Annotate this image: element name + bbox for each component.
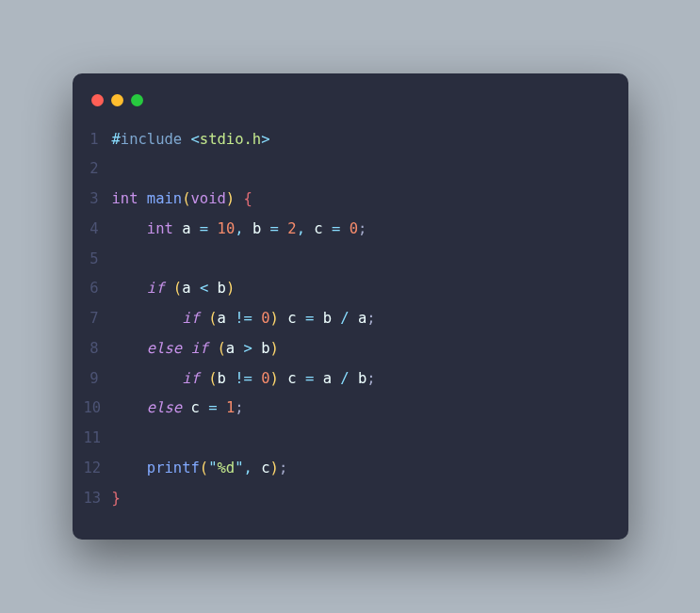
line-number: 12 — [84, 454, 112, 484]
token: , — [244, 460, 252, 476]
token — [332, 370, 340, 387]
code-line: 12 printf("%d", c); — [84, 454, 606, 484]
token: ( — [208, 370, 217, 387]
code-line: 11 — [84, 424, 606, 454]
code-line: 13} — [84, 484, 606, 514]
token: a — [358, 310, 366, 327]
line-content — [112, 245, 121, 275]
minimize-icon[interactable] — [111, 94, 123, 106]
token: c — [314, 220, 322, 237]
token: ) — [226, 190, 235, 207]
token — [297, 310, 305, 327]
token: c — [261, 460, 269, 476]
code-line: 3int main(void) { — [84, 185, 606, 215]
token: ; — [366, 310, 375, 327]
token — [226, 310, 235, 327]
token — [173, 220, 182, 237]
token: b — [261, 340, 269, 357]
token: < — [191, 131, 200, 148]
token — [182, 399, 190, 416]
token: a — [182, 220, 190, 237]
token — [112, 399, 147, 416]
token: , — [297, 220, 305, 237]
token — [252, 460, 261, 476]
code-editor[interactable]: 1#include <stdio.h>2 3int main(void) {4 … — [73, 125, 628, 514]
token: else — [147, 340, 182, 357]
token: b — [218, 370, 226, 387]
token — [350, 310, 358, 327]
line-number: 2 — [84, 154, 112, 185]
token: ( — [200, 460, 208, 476]
token: printf — [147, 460, 200, 476]
token: a — [218, 310, 226, 327]
line-content: else c = 1; — [112, 394, 244, 424]
token — [305, 220, 314, 237]
line-content: if (a < b) — [112, 274, 236, 304]
line-number: 6 — [84, 274, 112, 304]
token: ) — [270, 310, 279, 327]
token: ( — [182, 190, 190, 207]
token: void — [191, 190, 226, 207]
token — [208, 340, 217, 357]
token — [182, 131, 190, 148]
line-number: 7 — [84, 304, 112, 334]
close-icon[interactable] — [91, 94, 104, 106]
token: < — [200, 280, 208, 297]
line-content: int main(void) { — [112, 185, 252, 215]
token: main — [147, 190, 182, 207]
line-number: 3 — [84, 185, 112, 215]
token: b — [218, 280, 226, 297]
token — [208, 220, 217, 237]
token — [191, 220, 200, 237]
token: # — [112, 131, 121, 148]
token: a — [323, 370, 332, 387]
token: 1 — [226, 399, 235, 416]
token: ; — [366, 370, 375, 387]
line-number: 1 — [84, 125, 112, 155]
token: if — [191, 340, 209, 357]
token: / — [340, 310, 349, 327]
code-line: 4 int a = 10, b = 2, c = 0; — [84, 215, 606, 245]
token: ) — [270, 460, 279, 476]
token: ( — [218, 340, 226, 357]
token: stdio.h — [200, 131, 261, 148]
line-number: 5 — [84, 245, 112, 275]
token: } — [112, 490, 121, 507]
line-content: printf("%d", c); — [112, 454, 288, 484]
token — [252, 340, 261, 357]
token — [261, 220, 269, 237]
line-number: 4 — [84, 215, 112, 245]
line-number: 8 — [84, 334, 112, 364]
token: > — [261, 131, 269, 148]
token: { — [244, 190, 252, 207]
token: b — [358, 370, 366, 387]
token — [200, 310, 208, 327]
window-titlebar — [73, 94, 628, 125]
token — [279, 220, 287, 237]
token: if — [182, 310, 200, 327]
code-line: 2 — [84, 154, 606, 185]
token — [252, 310, 261, 327]
token — [112, 460, 147, 476]
token: 2 — [287, 220, 296, 237]
token — [182, 340, 190, 357]
token: c — [191, 399, 200, 416]
token — [112, 310, 183, 327]
line-content — [112, 154, 121, 185]
token: if — [147, 280, 165, 297]
line-number: 10 — [84, 394, 112, 424]
token: b — [252, 220, 261, 237]
token — [112, 280, 147, 297]
token — [200, 399, 208, 416]
line-content: int a = 10, b = 2, c = 0; — [112, 215, 367, 245]
code-line: 5 — [84, 245, 606, 275]
token: ) — [270, 340, 279, 357]
token: ; — [235, 399, 243, 416]
token — [112, 340, 147, 357]
token: c — [287, 370, 296, 387]
token: , — [235, 220, 243, 237]
token: != — [235, 370, 252, 387]
maximize-icon[interactable] — [131, 94, 143, 106]
code-line: 10 else c = 1; — [84, 394, 606, 424]
token: if — [182, 370, 200, 387]
